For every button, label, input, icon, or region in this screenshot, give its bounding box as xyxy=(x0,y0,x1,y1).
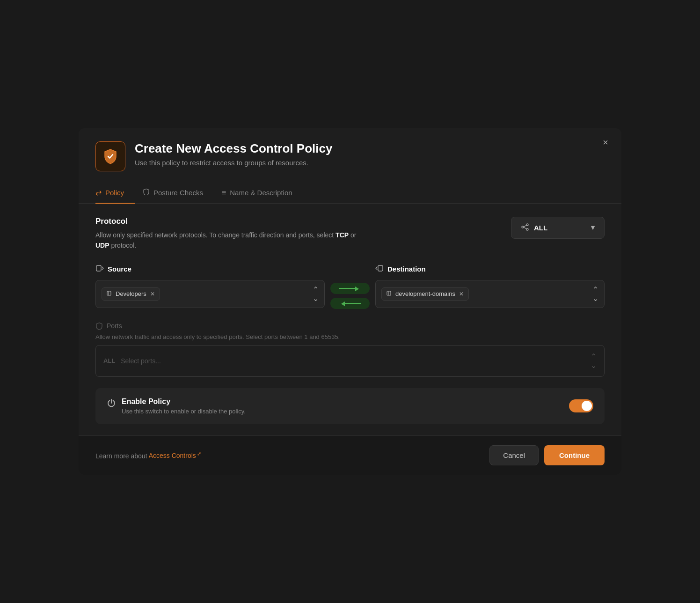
source-icon xyxy=(95,264,104,274)
tab-name-label: Name & Description xyxy=(230,189,292,197)
tabs-container: ⇄ Policy Posture Checks ≡ Name & Descrip… xyxy=(79,183,621,204)
protocol-info: Protocol Allow only specified network pr… xyxy=(95,217,357,251)
svg-point-0 xyxy=(526,224,528,226)
group-icon-source xyxy=(107,290,113,296)
destination-chevron-icon: ⌃⌄ xyxy=(592,285,598,303)
modal-header: Create New Access Control Policy Use thi… xyxy=(79,128,621,171)
modal-body: Protocol Allow only specified network pr… xyxy=(79,204,621,435)
share-nodes-icon xyxy=(521,223,529,231)
continue-button[interactable]: Continue xyxy=(544,445,605,465)
svg-rect-6 xyxy=(107,291,111,295)
protocol-chevron-icon: ▾ xyxy=(591,223,595,232)
policy-tab-icon: ⇄ xyxy=(95,188,102,197)
ports-description: Allow network traffic and access only to… xyxy=(95,333,605,340)
destination-label: Destination xyxy=(387,265,426,273)
ports-all-label: ALL xyxy=(103,357,115,364)
destination-tag-label: development-domains xyxy=(395,290,455,297)
arrow-left-icon xyxy=(339,301,361,306)
destination-label-row: Destination xyxy=(375,264,605,274)
tab-policy-label: Policy xyxy=(105,189,124,197)
destination-icon xyxy=(375,264,384,274)
svg-point-1 xyxy=(526,228,528,230)
source-dest-row: Source Developers ✕ ⌃⌄ xyxy=(95,264,605,309)
access-controls-link-text: Access Controls xyxy=(149,452,196,459)
cancel-button[interactable]: Cancel xyxy=(489,445,539,465)
modal-subtitle: Use this policy to restrict access to gr… xyxy=(135,159,332,167)
external-link-icon: ⤢ xyxy=(197,451,201,456)
destination-arrow-icon xyxy=(375,264,384,272)
learn-more-text: Learn more about xyxy=(95,452,149,459)
source-label: Source xyxy=(108,265,131,273)
source-tag: Developers ✕ xyxy=(102,287,160,301)
enable-policy-section: Enable Policy Use this switch to enable … xyxy=(95,388,605,424)
destination-section: Destination development-domains ✕ ⌃⌄ xyxy=(375,264,605,308)
arrow-right-btn[interactable] xyxy=(330,283,370,294)
access-controls-link[interactable]: Access Controls⤢ xyxy=(149,452,201,459)
source-label-row: Source xyxy=(95,264,325,274)
toggle-knob xyxy=(582,401,592,411)
tab-policy[interactable]: ⇄ Policy xyxy=(95,183,135,204)
ports-chevron-icon: ⌃⌄ xyxy=(591,352,597,370)
svg-rect-9 xyxy=(387,291,391,295)
ports-section: Ports Allow network traffic and access o… xyxy=(95,322,605,377)
shield-logo xyxy=(95,141,125,171)
footer-buttons: Cancel Continue xyxy=(489,445,605,465)
source-input[interactable]: Developers ✕ ⌃⌄ xyxy=(95,280,325,308)
protocol-section: Protocol Allow only specified network pr… xyxy=(95,217,605,251)
tcp-label: TCP xyxy=(335,231,349,239)
name-tab-icon: ≡ xyxy=(222,189,226,197)
tab-posture-checks[interactable]: Posture Checks xyxy=(143,183,214,204)
tab-name-description[interactable]: ≡ Name & Description xyxy=(222,183,304,204)
protocol-dropdown[interactable]: ALL ▾ xyxy=(511,217,605,239)
ports-label-text: Ports xyxy=(107,322,122,330)
modal-title: Create New Access Control Policy xyxy=(135,141,332,156)
enable-policy-left: Enable Policy Use this switch to enable … xyxy=(107,397,246,415)
protocol-value: ALL xyxy=(534,224,547,232)
protocol-title: Protocol xyxy=(95,217,357,226)
modal-container: × Create New Access Control Policy Use t… xyxy=(79,128,621,474)
header-text: Create New Access Control Policy Use thi… xyxy=(135,141,332,167)
svg-point-2 xyxy=(522,226,524,228)
ports-label-row: Ports xyxy=(95,322,605,330)
enable-policy-toggle[interactable] xyxy=(569,399,593,412)
tab-posture-label: Posture Checks xyxy=(153,189,203,197)
source-section: Source Developers ✕ ⌃⌄ xyxy=(95,264,325,308)
power-icon xyxy=(107,398,116,410)
ports-placeholder: Select ports... xyxy=(121,357,585,365)
enable-description: Use this switch to enable or disable the… xyxy=(122,408,246,415)
shield-icon xyxy=(102,148,119,165)
destination-tag-remove[interactable]: ✕ xyxy=(459,291,464,297)
enable-title: Enable Policy xyxy=(122,397,246,406)
svg-line-4 xyxy=(524,227,526,229)
ports-input[interactable]: ALL Select ports... ⌃⌄ xyxy=(95,345,605,377)
shield-tab-icon xyxy=(143,188,150,195)
protocol-desc-2: protocol. xyxy=(109,242,137,249)
destination-input[interactable]: development-domains ✕ ⌃⌄ xyxy=(375,280,605,308)
source-tag-label: Developers xyxy=(116,290,146,297)
enable-text: Enable Policy Use this switch to enable … xyxy=(122,397,246,415)
footer-learn-text: Learn more about Access Controls⤢ xyxy=(95,451,201,460)
direction-arrows xyxy=(325,283,375,309)
source-chevron-icon: ⌃⌄ xyxy=(313,285,319,303)
modal-footer: Learn more about Access Controls⤢ Cancel… xyxy=(79,435,621,475)
udp-label: UDP xyxy=(95,242,109,249)
svg-line-3 xyxy=(524,225,526,227)
group-icon-dest xyxy=(386,290,393,296)
svg-rect-5 xyxy=(96,265,101,271)
protocol-description: Allow only specified network protocols. … xyxy=(95,230,357,251)
destination-tag: development-domains ✕ xyxy=(381,287,469,301)
svg-rect-8 xyxy=(378,265,383,271)
arrow-left-btn[interactable] xyxy=(330,298,370,309)
arrow-right-icon xyxy=(339,286,361,291)
protocol-share-icon xyxy=(521,223,529,233)
source-tag-icon xyxy=(107,290,113,298)
protocol-desc-1: Allow only specified network protocols. … xyxy=(95,231,335,239)
source-tag-remove[interactable]: ✕ xyxy=(150,291,155,297)
destination-tag-icon xyxy=(386,290,393,298)
protocol-or: or xyxy=(349,231,356,239)
source-arrow-icon xyxy=(95,264,104,272)
posture-tab-icon xyxy=(143,188,150,197)
ports-shield-icon xyxy=(95,322,103,330)
power-button-icon xyxy=(107,398,116,408)
close-button[interactable]: × xyxy=(603,138,608,147)
